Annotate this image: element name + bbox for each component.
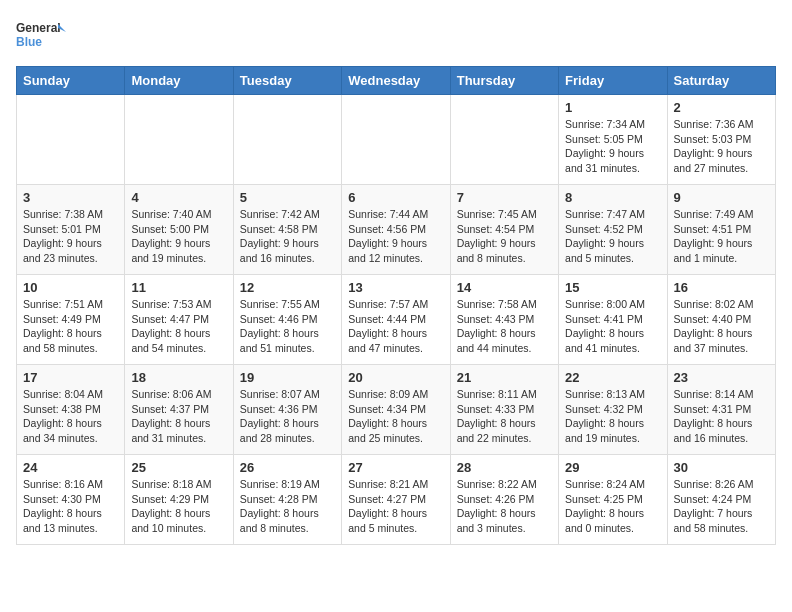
calendar-cell: 17Sunrise: 8:04 AM Sunset: 4:38 PM Dayli… — [17, 365, 125, 455]
calendar-cell: 15Sunrise: 8:00 AM Sunset: 4:41 PM Dayli… — [559, 275, 667, 365]
svg-text:Blue: Blue — [16, 35, 42, 49]
calendar-cell: 20Sunrise: 8:09 AM Sunset: 4:34 PM Dayli… — [342, 365, 450, 455]
day-number: 13 — [348, 280, 443, 295]
weekday-header-tuesday: Tuesday — [233, 67, 341, 95]
day-number: 19 — [240, 370, 335, 385]
day-number: 18 — [131, 370, 226, 385]
day-info: Sunrise: 8:18 AM Sunset: 4:29 PM Dayligh… — [131, 477, 226, 536]
calendar-cell: 6Sunrise: 7:44 AM Sunset: 4:56 PM Daylig… — [342, 185, 450, 275]
day-number: 15 — [565, 280, 660, 295]
calendar-body: 1Sunrise: 7:34 AM Sunset: 5:05 PM Daylig… — [17, 95, 776, 545]
calendar-cell: 22Sunrise: 8:13 AM Sunset: 4:32 PM Dayli… — [559, 365, 667, 455]
day-number: 14 — [457, 280, 552, 295]
day-number: 8 — [565, 190, 660, 205]
day-number: 28 — [457, 460, 552, 475]
day-info: Sunrise: 7:51 AM Sunset: 4:49 PM Dayligh… — [23, 297, 118, 356]
svg-text:General: General — [16, 21, 61, 35]
day-number: 6 — [348, 190, 443, 205]
day-info: Sunrise: 8:00 AM Sunset: 4:41 PM Dayligh… — [565, 297, 660, 356]
calendar-cell: 5Sunrise: 7:42 AM Sunset: 4:58 PM Daylig… — [233, 185, 341, 275]
day-number: 29 — [565, 460, 660, 475]
header: General Blue — [16, 16, 776, 56]
day-number: 12 — [240, 280, 335, 295]
calendar-cell: 9Sunrise: 7:49 AM Sunset: 4:51 PM Daylig… — [667, 185, 775, 275]
calendar-cell: 8Sunrise: 7:47 AM Sunset: 4:52 PM Daylig… — [559, 185, 667, 275]
day-info: Sunrise: 8:06 AM Sunset: 4:37 PM Dayligh… — [131, 387, 226, 446]
calendar-week-4: 17Sunrise: 8:04 AM Sunset: 4:38 PM Dayli… — [17, 365, 776, 455]
calendar-cell: 25Sunrise: 8:18 AM Sunset: 4:29 PM Dayli… — [125, 455, 233, 545]
weekday-header-sunday: Sunday — [17, 67, 125, 95]
calendar-cell: 13Sunrise: 7:57 AM Sunset: 4:44 PM Dayli… — [342, 275, 450, 365]
day-info: Sunrise: 7:55 AM Sunset: 4:46 PM Dayligh… — [240, 297, 335, 356]
calendar-week-3: 10Sunrise: 7:51 AM Sunset: 4:49 PM Dayli… — [17, 275, 776, 365]
calendar-cell — [125, 95, 233, 185]
day-number: 25 — [131, 460, 226, 475]
calendar-cell: 4Sunrise: 7:40 AM Sunset: 5:00 PM Daylig… — [125, 185, 233, 275]
calendar-cell: 28Sunrise: 8:22 AM Sunset: 4:26 PM Dayli… — [450, 455, 558, 545]
day-info: Sunrise: 8:21 AM Sunset: 4:27 PM Dayligh… — [348, 477, 443, 536]
day-info: Sunrise: 8:13 AM Sunset: 4:32 PM Dayligh… — [565, 387, 660, 446]
day-info: Sunrise: 7:49 AM Sunset: 4:51 PM Dayligh… — [674, 207, 769, 266]
calendar-cell: 3Sunrise: 7:38 AM Sunset: 5:01 PM Daylig… — [17, 185, 125, 275]
day-info: Sunrise: 7:40 AM Sunset: 5:00 PM Dayligh… — [131, 207, 226, 266]
day-number: 7 — [457, 190, 552, 205]
calendar-cell: 12Sunrise: 7:55 AM Sunset: 4:46 PM Dayli… — [233, 275, 341, 365]
calendar-table: SundayMondayTuesdayWednesdayThursdayFrid… — [16, 66, 776, 545]
calendar-cell: 1Sunrise: 7:34 AM Sunset: 5:05 PM Daylig… — [559, 95, 667, 185]
day-info: Sunrise: 8:26 AM Sunset: 4:24 PM Dayligh… — [674, 477, 769, 536]
day-number: 16 — [674, 280, 769, 295]
day-info: Sunrise: 8:04 AM Sunset: 4:38 PM Dayligh… — [23, 387, 118, 446]
calendar-cell: 11Sunrise: 7:53 AM Sunset: 4:47 PM Dayli… — [125, 275, 233, 365]
day-number: 27 — [348, 460, 443, 475]
calendar-cell: 29Sunrise: 8:24 AM Sunset: 4:25 PM Dayli… — [559, 455, 667, 545]
day-info: Sunrise: 8:09 AM Sunset: 4:34 PM Dayligh… — [348, 387, 443, 446]
day-number: 30 — [674, 460, 769, 475]
calendar-cell — [450, 95, 558, 185]
day-info: Sunrise: 7:38 AM Sunset: 5:01 PM Dayligh… — [23, 207, 118, 266]
day-number: 24 — [23, 460, 118, 475]
weekday-header-wednesday: Wednesday — [342, 67, 450, 95]
day-number: 9 — [674, 190, 769, 205]
day-info: Sunrise: 8:19 AM Sunset: 4:28 PM Dayligh… — [240, 477, 335, 536]
calendar-header: SundayMondayTuesdayWednesdayThursdayFrid… — [17, 67, 776, 95]
calendar-cell — [233, 95, 341, 185]
day-number: 10 — [23, 280, 118, 295]
day-info: Sunrise: 7:42 AM Sunset: 4:58 PM Dayligh… — [240, 207, 335, 266]
weekday-header-thursday: Thursday — [450, 67, 558, 95]
day-number: 26 — [240, 460, 335, 475]
calendar-cell — [17, 95, 125, 185]
calendar-cell: 2Sunrise: 7:36 AM Sunset: 5:03 PM Daylig… — [667, 95, 775, 185]
weekday-header-saturday: Saturday — [667, 67, 775, 95]
day-info: Sunrise: 7:45 AM Sunset: 4:54 PM Dayligh… — [457, 207, 552, 266]
day-info: Sunrise: 7:53 AM Sunset: 4:47 PM Dayligh… — [131, 297, 226, 356]
day-info: Sunrise: 7:36 AM Sunset: 5:03 PM Dayligh… — [674, 117, 769, 176]
calendar-cell: 21Sunrise: 8:11 AM Sunset: 4:33 PM Dayli… — [450, 365, 558, 455]
weekday-header-monday: Monday — [125, 67, 233, 95]
day-info: Sunrise: 7:47 AM Sunset: 4:52 PM Dayligh… — [565, 207, 660, 266]
calendar-cell: 16Sunrise: 8:02 AM Sunset: 4:40 PM Dayli… — [667, 275, 775, 365]
calendar-cell: 18Sunrise: 8:06 AM Sunset: 4:37 PM Dayli… — [125, 365, 233, 455]
day-number: 22 — [565, 370, 660, 385]
day-info: Sunrise: 8:14 AM Sunset: 4:31 PM Dayligh… — [674, 387, 769, 446]
logo-svg: General Blue — [16, 16, 66, 56]
calendar-cell: 24Sunrise: 8:16 AM Sunset: 4:30 PM Dayli… — [17, 455, 125, 545]
calendar-cell: 30Sunrise: 8:26 AM Sunset: 4:24 PM Dayli… — [667, 455, 775, 545]
day-info: Sunrise: 8:11 AM Sunset: 4:33 PM Dayligh… — [457, 387, 552, 446]
day-info: Sunrise: 7:57 AM Sunset: 4:44 PM Dayligh… — [348, 297, 443, 356]
day-number: 4 — [131, 190, 226, 205]
day-info: Sunrise: 8:07 AM Sunset: 4:36 PM Dayligh… — [240, 387, 335, 446]
day-number: 17 — [23, 370, 118, 385]
day-number: 23 — [674, 370, 769, 385]
weekday-header-row: SundayMondayTuesdayWednesdayThursdayFrid… — [17, 67, 776, 95]
calendar-week-5: 24Sunrise: 8:16 AM Sunset: 4:30 PM Dayli… — [17, 455, 776, 545]
calendar-cell: 26Sunrise: 8:19 AM Sunset: 4:28 PM Dayli… — [233, 455, 341, 545]
day-info: Sunrise: 8:24 AM Sunset: 4:25 PM Dayligh… — [565, 477, 660, 536]
calendar-cell: 27Sunrise: 8:21 AM Sunset: 4:27 PM Dayli… — [342, 455, 450, 545]
calendar-cell: 14Sunrise: 7:58 AM Sunset: 4:43 PM Dayli… — [450, 275, 558, 365]
logo: General Blue — [16, 16, 66, 56]
calendar-cell: 10Sunrise: 7:51 AM Sunset: 4:49 PM Dayli… — [17, 275, 125, 365]
day-number: 3 — [23, 190, 118, 205]
day-info: Sunrise: 7:34 AM Sunset: 5:05 PM Dayligh… — [565, 117, 660, 176]
day-info: Sunrise: 7:58 AM Sunset: 4:43 PM Dayligh… — [457, 297, 552, 356]
calendar-week-2: 3Sunrise: 7:38 AM Sunset: 5:01 PM Daylig… — [17, 185, 776, 275]
